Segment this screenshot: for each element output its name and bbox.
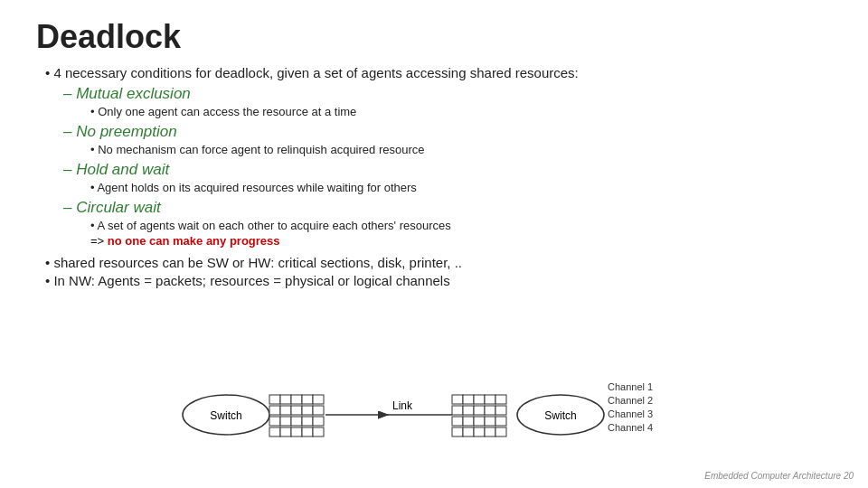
svg-rect-13: [280, 417, 291, 426]
svg-rect-9: [291, 406, 302, 415]
svg-rect-25: [452, 395, 463, 404]
svg-rect-26: [463, 395, 474, 404]
bullet-hold-and-wait: Agent holds on its acquired resources wh…: [90, 181, 832, 194]
svg-rect-3: [280, 395, 291, 404]
svg-rect-37: [474, 417, 485, 426]
diagram-svg: Switch: [145, 368, 669, 463]
svg-rect-14: [291, 417, 302, 426]
svg-rect-42: [474, 427, 485, 436]
svg-rect-27: [474, 395, 485, 404]
svg-rect-40: [452, 427, 463, 436]
svg-rect-38: [485, 417, 495, 426]
svg-rect-6: [313, 395, 324, 404]
svg-text:Channel 2: Channel 2: [608, 395, 653, 406]
svg-rect-15: [302, 417, 313, 426]
svg-text:Channel 4: Channel 4: [608, 422, 653, 433]
section-hold-and-wait: – Hold and wait: [63, 161, 832, 179]
intro-bullet: • 4 necessary conditions for deadlock, g…: [45, 65, 832, 80]
section-no-preemption: – No preemption: [63, 123, 832, 141]
section-mutual-exclusion: – Mutual exclusion: [63, 85, 832, 103]
svg-rect-39: [495, 417, 506, 426]
section-circular-wait: – Circular wait: [63, 199, 832, 217]
svg-rect-33: [485, 406, 495, 415]
svg-rect-18: [280, 427, 291, 436]
svg-rect-43: [485, 427, 495, 436]
svg-rect-12: [269, 417, 280, 426]
svg-rect-41: [463, 427, 474, 436]
svg-text:Switch: Switch: [210, 409, 241, 422]
svg-rect-30: [452, 406, 463, 415]
bottom-bullet-1: • shared resources can be SW or HW: crit…: [45, 255, 832, 270]
svg-text:Switch: Switch: [544, 409, 576, 422]
slide: Deadlock • 4 necessary conditions for de…: [0, 0, 868, 488]
svg-rect-17: [269, 427, 280, 436]
svg-text:Channel 3: Channel 3: [608, 408, 653, 419]
svg-rect-2: [269, 395, 280, 404]
svg-text:Channel 1: Channel 1: [608, 381, 653, 392]
svg-rect-19: [291, 427, 302, 436]
svg-rect-11: [313, 406, 324, 415]
network-diagram: Switch: [145, 368, 669, 463]
circular-suffix: => no one can make any progress: [90, 234, 832, 248]
svg-rect-36: [463, 417, 474, 426]
bullet-circular-wait: A set of agents wait on each other to ac…: [90, 219, 832, 232]
svg-rect-7: [269, 406, 280, 415]
svg-rect-31: [463, 406, 474, 415]
svg-rect-34: [495, 406, 506, 415]
svg-rect-44: [495, 427, 506, 436]
svg-rect-8: [280, 406, 291, 415]
no-progress-text: no one can make any progress: [108, 234, 280, 248]
svg-rect-5: [302, 395, 313, 404]
svg-rect-21: [313, 427, 324, 436]
page-title: Deadlock: [36, 18, 832, 56]
footer-text: Embedded Computer Architecture 20: [704, 471, 854, 481]
svg-rect-32: [474, 406, 485, 415]
svg-rect-29: [495, 395, 506, 404]
svg-rect-16: [313, 417, 324, 426]
bottom-bullet-2: • In NW: Agents = packets; resources = p…: [45, 273, 832, 288]
bottom-bullets: • shared resources can be SW or HW: crit…: [45, 255, 832, 288]
svg-rect-10: [302, 406, 313, 415]
svg-rect-20: [302, 427, 313, 436]
svg-rect-28: [485, 395, 495, 404]
bullet-no-preemption: No mechanism can force agent to relinqui…: [90, 143, 832, 156]
bullet-mutual-exclusion: Only one agent can access the resource a…: [90, 105, 832, 118]
svg-rect-35: [452, 417, 463, 426]
svg-rect-4: [291, 395, 302, 404]
svg-text:Link: Link: [392, 399, 413, 412]
